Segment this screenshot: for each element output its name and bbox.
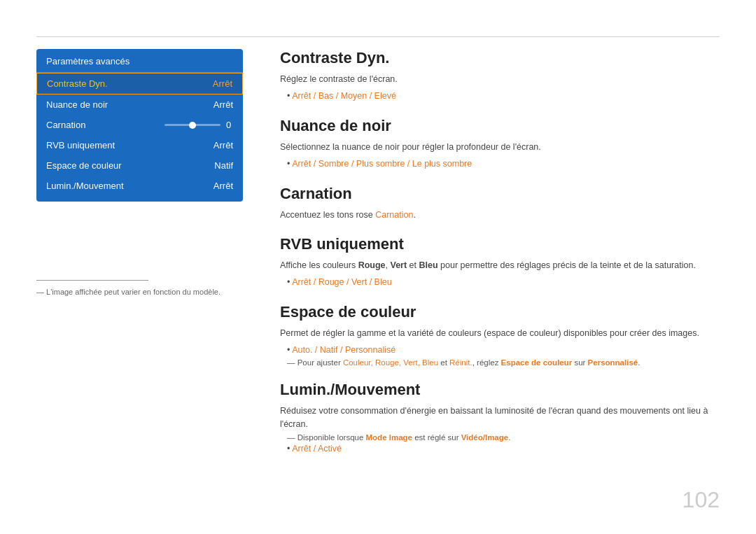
section-desc-rvb: Affiche les couleurs Rouge, Vert et Bleu… bbox=[280, 259, 720, 272]
option-text: Arrêt / Rouge / Vert / Bleu bbox=[292, 277, 391, 287]
sidebar-label-lumin: Lumin./Mouvement bbox=[46, 181, 124, 191]
section-list-contraste: Arrêt / Bas / Moyen / Elevé bbox=[287, 89, 720, 103]
note-reinit: Réinit. bbox=[449, 358, 472, 367]
page-number: 102 bbox=[682, 487, 720, 513]
sidebar-footnote: ― L'image affichée peut varier en foncti… bbox=[36, 280, 243, 297]
section-title-espace: Espace de couleur bbox=[280, 303, 720, 321]
carnation-slider-track[interactable] bbox=[164, 124, 220, 126]
section-desc-nuance: Sélectionnez la nuance de noir pour régl… bbox=[280, 141, 720, 154]
section-nuance: Nuance de noir Sélectionnez la nuance de… bbox=[280, 117, 720, 171]
section-contraste: Contraste Dyn. Réglez le contraste de l'… bbox=[280, 49, 720, 103]
section-rvb: RVB uniquement Affiche les couleurs Roug… bbox=[280, 235, 720, 289]
main-content: Contraste Dyn. Réglez le contraste de l'… bbox=[280, 49, 720, 498]
section-title-contraste: Contraste Dyn. bbox=[280, 49, 720, 67]
section-note-espace: Pour ajuster Couleur, Rouge, Vert, Bleu … bbox=[287, 358, 720, 367]
sidebar-item-carnation[interactable]: Carnation 0 bbox=[36, 115, 243, 135]
video-image-text: Vidéo/Image bbox=[461, 433, 509, 442]
note-highlight: Couleur, Rouge, Vert, Bleu bbox=[343, 358, 438, 367]
rouge-text: Rouge bbox=[358, 260, 386, 270]
carnation-highlight: Carnation bbox=[375, 210, 413, 220]
sidebar-panel: Paramètres avancés Contraste Dyn. Arrêt … bbox=[36, 49, 243, 202]
section-espace: Espace de couleur Permet de régler la ga… bbox=[280, 303, 720, 367]
list-item: Arrêt / Sombre / Plus sombre / Le plus s… bbox=[287, 157, 720, 171]
note-espace: Espace de couleur bbox=[501, 358, 573, 367]
section-desc-contraste: Réglez le contraste de l'écran. bbox=[280, 73, 720, 86]
top-divider bbox=[36, 36, 720, 37]
section-title-lumin: Lumin./Mouvement bbox=[280, 381, 720, 399]
sidebar-label-nuance: Nuance de noir bbox=[46, 99, 108, 110]
sidebar-label-rvb: RVB uniquement bbox=[46, 140, 115, 150]
sidebar-label-contraste: Contraste Dyn. bbox=[47, 78, 108, 89]
section-carnation: Carnation Accentuez les tons rose Carnat… bbox=[280, 185, 720, 222]
sidebar-item-contraste[interactable]: Contraste Dyn. Arrêt bbox=[36, 73, 243, 94]
section-lumin: Lumin./Mouvement Réduisez votre consomma… bbox=[280, 381, 720, 456]
section-note-lumin: Disponible lorsque Mode Image est réglé … bbox=[287, 433, 720, 442]
section-list-lumin: Arrêt / Activé bbox=[287, 442, 720, 456]
footnote-divider bbox=[36, 280, 148, 281]
sidebar-value-nuance: Arrêt bbox=[214, 99, 233, 110]
section-desc-lumin: Réduisez votre consommation d'énergie en… bbox=[280, 405, 720, 431]
section-list-rvb: Arrêt / Rouge / Vert / Bleu bbox=[287, 275, 720, 289]
sidebar-item-espace[interactable]: Espace de couleur Natif bbox=[36, 155, 243, 176]
mode-image-text: Mode Image bbox=[366, 433, 412, 442]
section-desc-carnation: Accentuez les tons rose Carnation. bbox=[280, 209, 720, 222]
option-text: Arrêt / Activé bbox=[292, 444, 342, 454]
sidebar-item-lumin[interactable]: Lumin./Mouvement Arrêt bbox=[36, 176, 243, 196]
sidebar-title: Paramètres avancés bbox=[36, 49, 243, 73]
section-list-nuance: Arrêt / Sombre / Plus sombre / Le plus s… bbox=[287, 157, 720, 171]
sidebar-value-espace: Natif bbox=[214, 160, 233, 171]
carnation-slider-container: 0 bbox=[164, 120, 233, 130]
list-item: Auto. / Natif / Personnalisé bbox=[287, 343, 720, 357]
list-item: Arrêt / Activé bbox=[287, 442, 720, 456]
sidebar-label-carnation: Carnation bbox=[46, 120, 85, 130]
list-item: Arrêt / Rouge / Vert / Bleu bbox=[287, 275, 720, 289]
section-list-espace: Auto. / Natif / Personnalisé bbox=[287, 343, 720, 357]
option-text: Arrêt / Bas / Moyen / Elevé bbox=[292, 91, 396, 101]
sidebar-label-espace: Espace de couleur bbox=[46, 160, 122, 171]
carnation-slider-value: 0 bbox=[226, 120, 233, 130]
section-title-carnation: Carnation bbox=[280, 185, 720, 203]
sidebar-value-lumin: Arrêt bbox=[214, 181, 233, 191]
list-item: Arrêt / Bas / Moyen / Elevé bbox=[287, 89, 720, 103]
footnote-text: ― L'image affichée peut varier en foncti… bbox=[36, 288, 220, 296]
sidebar-value-contraste: Arrêt bbox=[213, 78, 232, 89]
option-text: Arrêt / Sombre / Plus sombre / Le plus s… bbox=[292, 159, 472, 169]
note-perso: Personnalisé bbox=[588, 358, 638, 367]
section-title-rvb: RVB uniquement bbox=[280, 235, 720, 253]
sidebar-item-nuance[interactable]: Nuance de noir Arrêt bbox=[36, 94, 243, 115]
vert-text: Vert bbox=[390, 260, 407, 270]
option-text: Auto. / Natif / Personnalisé bbox=[292, 345, 396, 355]
sidebar-item-rvb[interactable]: RVB uniquement Arrêt bbox=[36, 135, 243, 155]
section-title-nuance: Nuance de noir bbox=[280, 117, 720, 135]
bleu-text: Bleu bbox=[419, 260, 438, 270]
section-desc-espace: Permet de régler la gamme et la variété … bbox=[280, 327, 720, 340]
carnation-slider-thumb bbox=[189, 122, 196, 129]
sidebar-value-rvb: Arrêt bbox=[214, 140, 233, 150]
